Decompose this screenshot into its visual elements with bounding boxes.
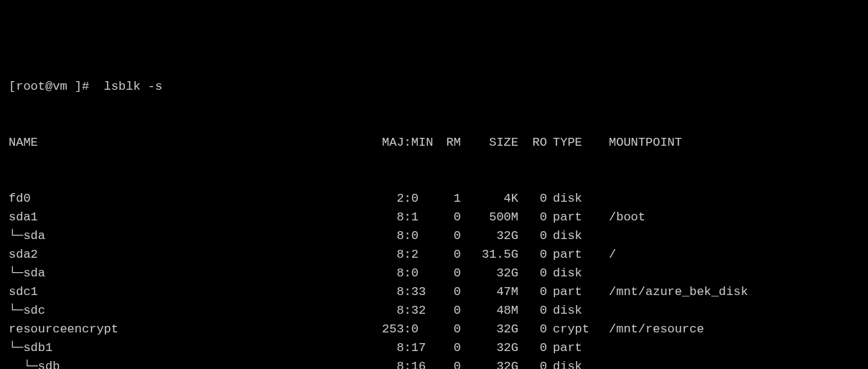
cell-size: 4K [461, 190, 518, 208]
col-majmin: MAJ:MIN [382, 134, 432, 152]
lsblk-row: sdc1 8:33047M0part/mnt/azure_bek_disk [9, 283, 859, 302]
cell-type: disk [547, 358, 603, 369]
cell-rm: 0 [432, 339, 461, 358]
cell-size: 32G [461, 227, 518, 246]
cell-type: disk [547, 264, 603, 283]
cell-mount: /mnt/azure_bek_disk [603, 283, 795, 302]
cell-name: └─sda [9, 264, 382, 283]
lsblk-header-row: NAMEMAJ:MINRMSIZEROTYPEMOUNTPOINT [9, 134, 859, 152]
cell-majmin: 8:33 [382, 283, 432, 302]
lsblk-row: └─sdb1 8:17032G0part [9, 339, 859, 358]
cell-majmin: 8:0 [382, 227, 432, 246]
cell-size: 48M [461, 302, 518, 320]
cell-rm: 0 [432, 283, 461, 302]
col-mount: MOUNTPOINT [603, 134, 795, 152]
cell-majmin: 8:17 [382, 339, 432, 358]
cell-rm: 0 [432, 302, 461, 320]
cell-name: └─sdb [9, 358, 382, 369]
cell-majmin: 8:2 [382, 246, 432, 264]
cell-mount: /boot [603, 208, 795, 227]
cell-type: part [547, 208, 603, 227]
cell-majmin: 2:0 [382, 190, 432, 208]
shell-prompt: [root@vm ]# lsblk -s [9, 78, 859, 96]
cell-size: 32G [461, 264, 518, 283]
cell-mount [603, 339, 795, 358]
cell-rm: 1 [432, 190, 461, 208]
col-name: NAME [9, 134, 382, 152]
cell-name: sda2 [9, 246, 382, 264]
lsblk-row: └─sdb 8:16032G0disk [9, 358, 859, 369]
col-rm: RM [432, 134, 461, 152]
cell-type: part [547, 246, 603, 264]
cell-ro: 0 [518, 227, 547, 246]
cell-rm: 0 [432, 246, 461, 264]
cell-majmin: 8:32 [382, 302, 432, 320]
cell-majmin: 8:1 [382, 208, 432, 227]
cell-ro: 0 [518, 358, 547, 369]
lsblk-row: resourceencrypt253:0032G0crypt/mnt/resou… [9, 320, 859, 339]
cell-ro: 0 [518, 283, 547, 302]
cell-size: 32G [461, 358, 518, 369]
cell-size: 32G [461, 339, 518, 358]
cell-name: resourceencrypt [9, 320, 382, 339]
cell-ro: 0 [518, 320, 547, 339]
cell-type: disk [547, 190, 603, 208]
cell-mount [603, 190, 795, 208]
cell-ro: 0 [518, 339, 547, 358]
cell-type: part [547, 283, 603, 302]
cell-name: └─sda [9, 227, 382, 246]
cell-ro: 0 [518, 208, 547, 227]
col-ro: RO [518, 134, 547, 152]
cell-rm: 0 [432, 320, 461, 339]
lsblk-row: └─sdc 8:32048M0disk [9, 302, 859, 320]
cell-size: 31.5G [461, 246, 518, 264]
cell-name: fd0 [9, 190, 382, 208]
cell-rm: 0 [432, 264, 461, 283]
cell-mount: /mnt/resource [603, 320, 795, 339]
cell-type: part [547, 339, 603, 358]
cell-mount [603, 264, 795, 283]
cell-mount [603, 302, 795, 320]
cell-name: └─sdb1 [9, 339, 382, 358]
cell-ro: 0 [518, 246, 547, 264]
lsblk-row: fd0 2:014K0disk [9, 190, 859, 208]
cell-size: 32G [461, 320, 518, 339]
cell-rm: 0 [432, 358, 461, 369]
cell-mount [603, 227, 795, 246]
cell-mount [603, 358, 795, 369]
cell-name: └─sdc [9, 302, 382, 320]
cell-rm: 0 [432, 227, 461, 246]
cell-rm: 0 [432, 208, 461, 227]
cell-majmin: 8:16 [382, 358, 432, 369]
cell-majmin: 8:0 [382, 264, 432, 283]
col-size: SIZE [461, 134, 518, 152]
cell-ro: 0 [518, 190, 547, 208]
cell-name: sdc1 [9, 283, 382, 302]
cell-majmin: 253:0 [382, 320, 432, 339]
col-type: TYPE [547, 134, 603, 152]
cell-size: 47M [461, 283, 518, 302]
cell-type: disk [547, 302, 603, 320]
cell-name: sda1 [9, 208, 382, 227]
cell-type: disk [547, 227, 603, 246]
cell-mount: / [603, 246, 795, 264]
lsblk-row: sda1 8:10500M0part/boot [9, 208, 859, 227]
cell-size: 500M [461, 208, 518, 227]
lsblk-row: sda2 8:2031.5G0part/ [9, 246, 859, 264]
cell-type: crypt [547, 320, 603, 339]
cell-ro: 0 [518, 302, 547, 320]
lsblk-row: └─sda 8:0032G0disk [9, 227, 859, 246]
cell-ro: 0 [518, 264, 547, 283]
lsblk-row: └─sda 8:0032G0disk [9, 264, 859, 283]
